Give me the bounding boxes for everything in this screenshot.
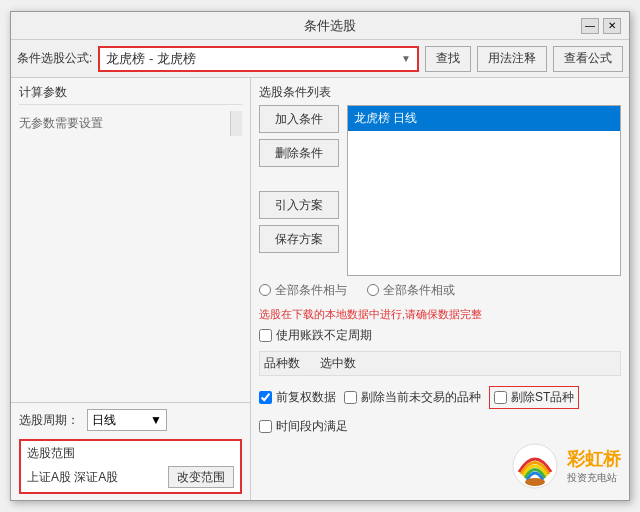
- conditions-list[interactable]: 龙虎榜 日线: [347, 105, 621, 276]
- add-condition-button[interactable]: 加入条件: [259, 105, 339, 133]
- title-bar: 条件选股 — ✕: [11, 12, 629, 40]
- svg-point-1: [525, 478, 545, 486]
- no-params-text: 无参数需要设置: [19, 111, 230, 136]
- usage-button[interactable]: 用法注释: [477, 46, 547, 72]
- checkbox-exclude-input[interactable]: [344, 391, 357, 404]
- checkbox-time-row: 时间段内满足: [259, 418, 621, 435]
- checkbox-time-label: 时间段内满足: [276, 418, 348, 435]
- main-window: 条件选股 — ✕ 条件选股公式: 龙虎榜 - 龙虎榜 ▼ 查找 用法注释 查看公…: [10, 11, 630, 501]
- logo-icon: [511, 442, 559, 490]
- title-bar-controls: — ✕: [581, 18, 621, 34]
- checkbox-st-input[interactable]: [494, 391, 507, 404]
- minimize-button[interactable]: —: [581, 18, 599, 34]
- checkbox-period-row: 使用账跌不定周期: [259, 327, 621, 344]
- import-scheme-button[interactable]: 引入方案: [259, 191, 339, 219]
- calc-params-wrapper: 无参数需要设置: [19, 111, 242, 136]
- count-header: 品种数 选中数: [259, 351, 621, 376]
- period-arrow-icon: ▼: [150, 413, 162, 427]
- delete-condition-button[interactable]: 删除条件: [259, 139, 339, 167]
- calc-params-title: 计算参数: [19, 84, 242, 105]
- formula-value: 龙虎榜 - 龙虎榜: [106, 50, 196, 68]
- checkbox-st-row: 剔除ST品种: [489, 386, 579, 409]
- radio-and-input[interactable]: [259, 284, 271, 296]
- radio-or-input[interactable]: [367, 284, 379, 296]
- warning-text: 选股在下载的本地数据中进行,请确保数据完整: [259, 307, 621, 322]
- search-button[interactable]: 查找: [425, 46, 471, 72]
- radio-or[interactable]: 全部条件相或: [367, 282, 455, 299]
- calc-params-inner: 无参数需要设置: [19, 111, 230, 136]
- window-title: 条件选股: [79, 17, 581, 35]
- save-scheme-button[interactable]: 保存方案: [259, 225, 339, 253]
- scrollbar[interactable]: [230, 111, 242, 136]
- period-row: 选股周期： 日线 ▼: [19, 409, 242, 431]
- period-label: 选股周期：: [19, 412, 79, 429]
- change-scope-button[interactable]: 改变范围: [168, 466, 234, 488]
- logo-area: 彩虹桥 投资充电站: [259, 438, 621, 494]
- formula-label: 条件选股公式:: [17, 50, 92, 67]
- right-panel: 选股条件列表 加入条件 删除条件 引入方案 保存方案 龙虎榜 日线 全部条件相与: [251, 78, 629, 500]
- period-value: 日线: [92, 412, 116, 429]
- formula-dropdown[interactable]: 龙虎榜 - 龙虎榜 ▼: [98, 46, 419, 72]
- close-button[interactable]: ✕: [603, 18, 621, 34]
- condition-item[interactable]: 龙虎榜 日线: [348, 106, 620, 131]
- checkbox-exclude-row: 剔除当前未交易的品种: [344, 389, 481, 406]
- checkbox-fq-label: 前复权数据: [276, 389, 336, 406]
- checkbox-period-input[interactable]: [259, 329, 272, 342]
- scope-row: 上证A股 深证A股 改变范围: [27, 466, 234, 488]
- logo-sub-text: 投资充电站: [567, 471, 617, 485]
- checkbox-fq-row: 前复权数据: [259, 389, 336, 406]
- scope-title: 选股范围: [27, 445, 234, 462]
- radio-or-label: 全部条件相或: [383, 282, 455, 299]
- calc-params-section: 计算参数 无参数需要设置: [11, 78, 250, 402]
- period-dropdown[interactable]: 日线 ▼: [87, 409, 167, 431]
- count-header-col2: 选中数: [320, 355, 356, 372]
- checkbox-fq-input[interactable]: [259, 391, 272, 404]
- checkbox-st-label: 剔除ST品种: [511, 389, 574, 406]
- action-buttons: 加入条件 删除条件 引入方案 保存方案: [259, 105, 339, 276]
- conditions-header: 选股条件列表: [259, 84, 621, 101]
- radio-row: 全部条件相与 全部条件相或: [259, 282, 621, 299]
- count-header-col1: 品种数: [264, 355, 300, 372]
- scope-section: 选股范围 上证A股 深证A股 改变范围: [19, 439, 242, 494]
- checkbox-time-input[interactable]: [259, 420, 272, 433]
- radio-and[interactable]: 全部条件相与: [259, 282, 347, 299]
- right-top: 加入条件 删除条件 引入方案 保存方案 龙虎榜 日线: [259, 105, 621, 276]
- main-content: 计算参数 无参数需要设置 选股周期： 日线 ▼ 选股范围: [11, 78, 629, 500]
- toolbar: 条件选股公式: 龙虎榜 - 龙虎榜 ▼ 查找 用法注释 查看公式: [11, 40, 629, 78]
- scope-text: 上证A股 深证A股: [27, 469, 118, 486]
- view-formula-button[interactable]: 查看公式: [553, 46, 623, 72]
- logo-text-block: 彩虹桥 投资充电站: [567, 447, 621, 485]
- options-row: 前复权数据 剔除当前未交易的品种 剔除ST品种: [259, 383, 621, 412]
- dropdown-arrow-icon: ▼: [401, 53, 411, 64]
- radio-and-label: 全部条件相与: [275, 282, 347, 299]
- left-panel: 计算参数 无参数需要设置 选股周期： 日线 ▼ 选股范围: [11, 78, 251, 500]
- logo-main-text: 彩虹桥: [567, 447, 621, 471]
- bottom-left: 选股周期： 日线 ▼ 选股范围 上证A股 深证A股 改变范围: [11, 402, 250, 500]
- checkbox-period-label: 使用账跌不定周期: [276, 327, 372, 344]
- checkbox-exclude-label: 剔除当前未交易的品种: [361, 389, 481, 406]
